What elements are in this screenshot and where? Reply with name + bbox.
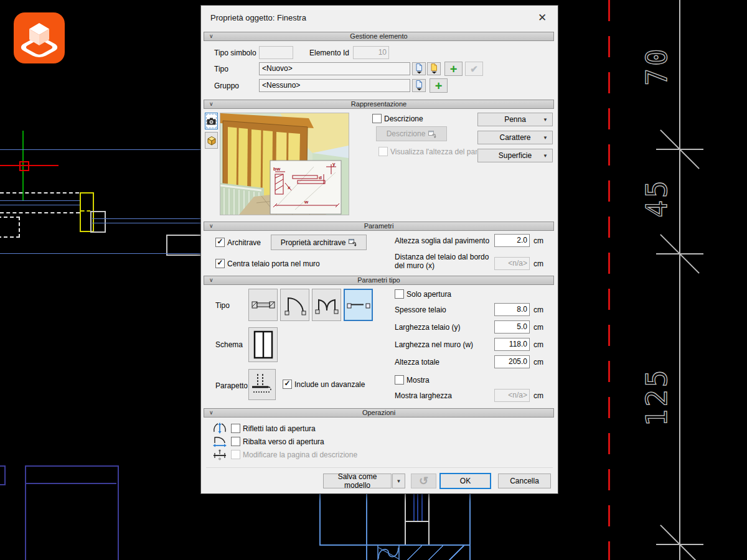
tipo-select-yellow-button[interactable]: [427, 62, 441, 75]
altezza-totale-input[interactable]: 205.0: [494, 355, 530, 368]
inset-label-y: y: [332, 161, 336, 167]
distanza-telaio-unit: cm: [533, 259, 543, 268]
ok-label: OK: [460, 477, 471, 485]
frame-line: [405, 493, 406, 544]
spessore-telaio-unit: cm: [533, 306, 543, 314]
dimension-value-45: 45: [642, 145, 672, 251]
gruppo-select-button[interactable]: [412, 79, 426, 92]
modificare-checkbox: [231, 450, 240, 459]
schema-button[interactable]: [248, 327, 278, 362]
altezza-soglia-input[interactable]: 2.0: [494, 234, 530, 247]
hidden-line: [0, 212, 80, 213]
include-davanzale-checkbox[interactable]: ✓: [283, 380, 292, 389]
tipo-label: Tipo: [214, 65, 228, 73]
room-rect: [25, 465, 119, 560]
parapetto-label: Parapetto: [215, 381, 248, 390]
document-dropdown-icon: [415, 63, 423, 74]
descrizione-checkbox-label: Descrizione: [384, 114, 423, 123]
tipo-doppio-battente-button[interactable]: [312, 289, 341, 321]
double-swing-door-icon: [314, 292, 339, 317]
section-title: Rappresentazione: [351, 100, 406, 108]
parapetto-button[interactable]: [248, 369, 276, 400]
check-icon: ✓: [216, 238, 224, 246]
gruppo-add-button[interactable]: +: [430, 78, 448, 93]
room-rect-partial: [0, 465, 6, 485]
tipo-select-blue-button[interactable]: [412, 62, 426, 75]
section-title: Gestione elemento: [350, 32, 407, 40]
app-logo[interactable]: [14, 12, 65, 63]
architrave-checkbox[interactable]: ✓: [215, 238, 225, 247]
tipo-add-button[interactable]: +: [444, 62, 463, 76]
section-title: Operazioni: [362, 409, 395, 416]
glass-line: [417, 493, 418, 521]
section-header-parametri-tipo[interactable]: ∨ Parametri tipo: [204, 276, 554, 285]
section-title: Parametri: [364, 222, 394, 230]
tipo-combo[interactable]: <Nuovo>: [259, 62, 410, 75]
spessore-telaio-input[interactable]: 8.0: [494, 303, 530, 316]
check-disabled-icon: ✔: [470, 63, 478, 75]
crosshair-horizontal-line: [0, 165, 59, 166]
selected-jamb-divider: [81, 210, 90, 212]
salva-dropdown-button[interactable]: ▼: [392, 474, 405, 488]
chevron-down-icon: ∨: [209, 276, 214, 284]
window-schema-icon: [253, 330, 274, 359]
centra-telaio-checkbox[interactable]: ✓: [215, 259, 225, 268]
cancella-label: Cancella: [510, 477, 539, 485]
glass-line: [421, 493, 423, 521]
proprieta-architrave-label: Proprietà architrave: [281, 238, 346, 247]
wall-line: [0, 253, 201, 254]
solo-apertura-checkbox[interactable]: [395, 289, 404, 299]
chevron-down-icon: ▼: [397, 478, 402, 484]
ok-button[interactable]: OK: [439, 473, 491, 489]
proprieta-architrave-button[interactable]: Proprietà architrave: [271, 235, 367, 250]
wall-hatch: [402, 546, 470, 560]
schema-label: Schema: [215, 340, 243, 349]
gruppo-label: Gruppo: [214, 82, 239, 90]
ribalta-checkbox[interactable]: [231, 437, 240, 446]
cancella-button[interactable]: Cancella: [498, 474, 551, 488]
tipo-apply-button[interactable]: ✔: [465, 62, 483, 76]
fixed-window-plan-icon: [251, 292, 276, 317]
penna-label: Penna: [504, 115, 526, 124]
salva-come-modello-button[interactable]: Salva come modello: [323, 474, 392, 488]
cube-icon: [207, 136, 217, 146]
preview-3d-button[interactable]: [205, 132, 218, 149]
gruppo-combo[interactable]: <Nessuno>: [259, 79, 410, 92]
carattere-button[interactable]: Carattere ▼: [477, 131, 553, 144]
wall-line: [0, 205, 80, 205]
section-header-gestione[interactable]: ∨ Gestione elemento: [204, 32, 554, 41]
superficie-button[interactable]: Superficie ▼: [477, 149, 553, 162]
tipo-simbolo-label: Tipo simbolo: [214, 49, 256, 57]
hidden-line: [0, 192, 79, 194]
ribalta-label: Ribalta verso di apertura: [243, 437, 324, 446]
tipo-fisso-button[interactable]: [248, 289, 278, 321]
altezza-soglia-label: Altezza soglia dal pavimento: [395, 236, 489, 245]
glass-line: [413, 493, 415, 521]
modificare-label: Modificare la pagina di descrizione: [243, 450, 357, 459]
room-divider: [25, 483, 116, 484]
centra-telaio-label: Centra telaio porta nel muro: [227, 259, 320, 268]
tipo-apertura-label: Tipo: [215, 301, 230, 310]
larghezza-muro-unit: cm: [533, 340, 543, 349]
close-icon[interactable]: ✕: [535, 11, 549, 25]
preview-photo-button[interactable]: [205, 113, 218, 129]
tipo-scorrevole-button[interactable]: [344, 289, 373, 321]
descrizione-checkbox[interactable]: [372, 114, 382, 123]
larghezza-muro-input[interactable]: 118.0: [494, 338, 530, 351]
rifletti-checkbox[interactable]: [231, 424, 240, 433]
include-davanzale-label: Include un davanzale: [294, 380, 365, 389]
check-icon: ✓: [283, 380, 291, 388]
elemento-id-label: Elemento Id: [309, 49, 349, 57]
section-header-rappresentazione[interactable]: ∨ Rappresentazione: [204, 100, 554, 109]
plus-icon: +: [450, 63, 458, 75]
larghezza-telaio-input[interactable]: 5.0: [494, 320, 530, 334]
penna-button[interactable]: Penna ▼: [477, 113, 553, 126]
mostra-larghezza-label: Mostra larghezza: [395, 391, 452, 400]
axis-dashed-line: [608, 0, 610, 560]
section-header-operazioni[interactable]: ∨ Operazioni: [204, 408, 554, 418]
tipo-battente-button[interactable]: [280, 289, 309, 321]
mostra-checkbox[interactable]: [395, 375, 404, 385]
section-header-parametri[interactable]: ∨ Parametri: [204, 222, 554, 231]
hidden-rect: [0, 217, 20, 238]
chevron-down-icon: ▼: [543, 135, 548, 141]
